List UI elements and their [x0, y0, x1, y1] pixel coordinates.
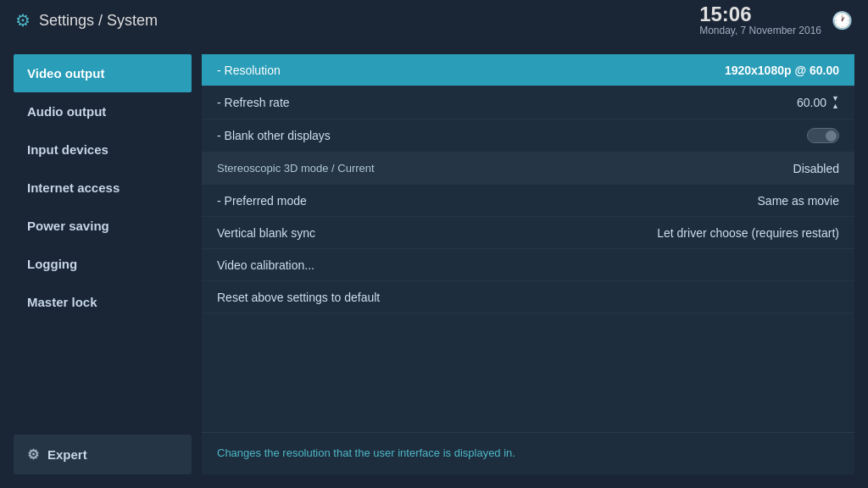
settings-icon: ⚙	[15, 10, 31, 30]
description-area: Changes the resolution that the user int…	[202, 432, 854, 474]
arrows-icon: ▼▲	[832, 95, 839, 110]
preferred-mode-value: Same as movie	[758, 194, 839, 208]
header-right: 15:06 Monday, 7 November 2016 🕐	[699, 4, 853, 36]
resolution-value: 1920x1080p @ 60.00	[725, 64, 839, 77]
page-title: Settings / System	[39, 12, 158, 30]
description-text: Changes the resolution that the user int…	[217, 446, 515, 459]
vertical-blank-sync-value: Let driver choose (requires restart)	[657, 226, 839, 240]
setting-row-resolution[interactable]: - Resolution 1920x1080p @ 60.00	[202, 54, 854, 86]
sidebar: Video output Audio output Input devices …	[14, 54, 192, 474]
expert-label: Expert	[47, 447, 87, 462]
sidebar-item-internet-access[interactable]: Internet access	[14, 169, 192, 207]
current-date: Monday, 7 November 2016	[699, 25, 821, 36]
expert-button[interactable]: ⚙ Expert	[14, 435, 192, 474]
current-time: 15:06	[699, 4, 821, 25]
sidebar-item-audio-output[interactable]: Audio output	[14, 92, 192, 130]
vertical-blank-sync-label: Vertical blank sync	[217, 226, 315, 240]
stereoscopic-value: Disabled	[793, 162, 839, 175]
sidebar-item-input-devices[interactable]: Input devices	[14, 130, 192, 169]
resolution-label: - Resolution	[217, 64, 281, 77]
expert-gear-icon: ⚙	[27, 446, 39, 463]
header-left: ⚙ Settings / System	[15, 10, 158, 30]
sidebar-item-power-saving[interactable]: Power saving	[14, 207, 192, 245]
sidebar-item-logging[interactable]: Logging	[14, 245, 192, 283]
stereoscopic-label: Stereoscopic 3D mode / Current	[217, 162, 375, 175]
main-content: Video output Audio output Input devices …	[0, 41, 868, 488]
setting-row-video-calibration[interactable]: Video calibration...	[202, 249, 854, 281]
content-panel: - Resolution 1920x1080p @ 60.00 - Refres…	[202, 54, 854, 474]
blank-displays-toggle[interactable]	[807, 128, 839, 143]
blank-displays-label: - Blank other displays	[217, 129, 331, 142]
setting-row-preferred-mode[interactable]: - Preferred mode Same as movie	[202, 185, 854, 217]
refresh-rate-label: - Refresh rate	[217, 96, 290, 109]
setting-row-vertical-blank-sync[interactable]: Vertical blank sync Let driver choose (r…	[202, 217, 854, 249]
setting-row-reset-settings[interactable]: Reset above settings to default	[202, 281, 854, 313]
sidebar-spacer	[14, 321, 192, 428]
setting-row-stereoscopic-3d: Stereoscopic 3D mode / Current Disabled	[202, 152, 854, 185]
reset-settings-label: Reset above settings to default	[217, 291, 380, 304]
refresh-rate-value: 60.00 ▼▲	[797, 95, 839, 110]
video-calibration-label: Video calibration...	[217, 258, 314, 272]
settings-list: - Resolution 1920x1080p @ 60.00 - Refres…	[202, 54, 854, 432]
setting-row-blank-displays[interactable]: - Blank other displays	[202, 119, 854, 152]
preferred-mode-label: - Preferred mode	[217, 194, 307, 208]
sidebar-item-master-lock[interactable]: Master lock	[14, 283, 192, 321]
sidebar-item-video-output[interactable]: Video output	[14, 54, 192, 92]
datetime-block: 15:06 Monday, 7 November 2016	[699, 4, 821, 36]
setting-row-refresh-rate[interactable]: - Refresh rate 60.00 ▼▲	[202, 86, 854, 119]
clock-icon: 🕐	[832, 10, 853, 30]
header: ⚙ Settings / System 15:06 Monday, 7 Nove…	[0, 0, 868, 41]
toggle-switch[interactable]	[807, 128, 839, 143]
